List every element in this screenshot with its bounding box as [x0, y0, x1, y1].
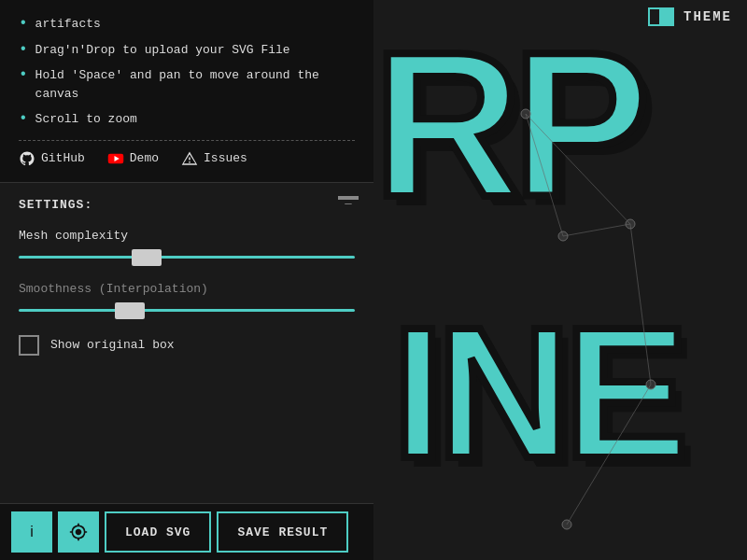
theme-icon-right — [661, 7, 674, 26]
left-panel: artifacts Drag'n'Drop to upload your SVG… — [0, 0, 374, 560]
video-icon — [107, 150, 124, 167]
github-label: GitHub — [41, 151, 85, 165]
bullet-scroll-zoom: Scroll to zoom — [19, 110, 355, 129]
svg-text:INE: INE — [392, 288, 682, 497]
info-button[interactable]: i — [11, 511, 52, 553]
issues-link[interactable]: Issues — [181, 150, 247, 167]
show-original-box-label: Show original box — [50, 338, 175, 352]
checkbox-row: Show original box — [19, 335, 355, 356]
svg-text:RP: RP — [374, 10, 643, 240]
demo-label: Demo — [130, 151, 159, 165]
bullet-dragndrop: Drag'n'Drop to upload your SVG File — [19, 41, 355, 60]
github-icon — [19, 150, 35, 167]
save-result-button[interactable]: SAVE RESULT — [217, 511, 348, 553]
settings-button[interactable] — [58, 511, 99, 553]
settings-icon — [69, 523, 88, 541]
divider — [19, 140, 355, 141]
smoothness-sublabel: (Interpolation) — [99, 282, 208, 296]
info-panel: artifacts Drag'n'Drop to upload your SVG… — [0, 0, 374, 182]
bottom-toolbar: i LOAD SVG SAVE RESULT — [0, 503, 374, 560]
mesh-complexity-track — [19, 256, 355, 259]
mesh-complexity-slider[interactable] — [19, 252, 355, 263]
warning-icon — [181, 150, 198, 167]
top-bar: THEME — [633, 0, 747, 34]
load-svg-button[interactable]: LOAD SVG — [105, 511, 211, 553]
theme-icon — [648, 7, 674, 26]
theme-label[interactable]: THEME — [684, 9, 732, 24]
theme-icon-left — [648, 7, 661, 26]
smoothness-track — [19, 309, 355, 312]
mesh-complexity-group: Mesh complexity — [19, 229, 355, 263]
smoothness-thumb[interactable] — [115, 302, 145, 319]
mesh-complexity-label: Mesh complexity — [19, 229, 355, 243]
bullet-list: artifacts Drag'n'Drop to upload your SVG… — [19, 15, 355, 129]
minimize-button[interactable]: – — [338, 196, 359, 200]
issues-label: Issues — [204, 151, 247, 165]
smoothness-group: Smoothness (Interpolation) — [19, 282, 355, 316]
settings-title: SETTINGS: — [19, 198, 355, 212]
demo-link[interactable]: Demo — [107, 150, 159, 167]
smoothness-label: Smoothness (Interpolation) — [19, 282, 355, 296]
github-link[interactable]: GitHub — [19, 150, 85, 167]
settings-panel: – SETTINGS: Mesh complexity Smoothness (… — [0, 182, 374, 371]
bullet-space-pan: Hold 'Space' and pan to move around the … — [19, 66, 355, 103]
link-row: GitHub Demo Issues — [19, 150, 355, 167]
bullet-artifacts: artifacts — [19, 15, 355, 34]
mesh-complexity-thumb[interactable] — [132, 249, 162, 266]
smoothness-slider[interactable] — [19, 305, 355, 316]
show-original-box-checkbox[interactable] — [19, 335, 39, 356]
